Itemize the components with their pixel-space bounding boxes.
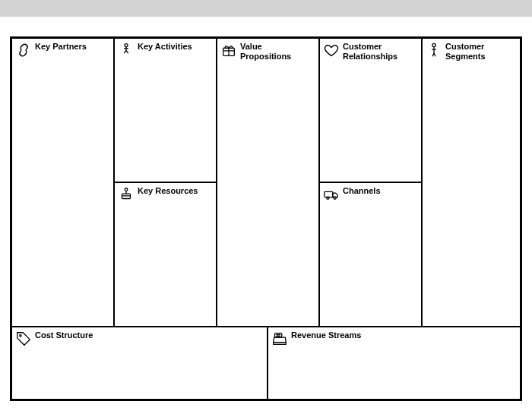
section-channels: Channels [319, 182, 422, 327]
svg-point-7 [432, 43, 435, 46]
section-key-activities: Key Activities [114, 38, 217, 182]
activity-icon [118, 42, 135, 58]
section-key-resources: Key Resources [114, 182, 217, 327]
section-value-propositions: Value Propositions [217, 38, 319, 327]
section-customer-relationships: Customer Relationships [319, 38, 422, 182]
heart-icon [323, 42, 340, 58]
svg-point-1 [125, 188, 128, 191]
resources-icon [118, 186, 135, 203]
section-title: Key Partners [35, 42, 87, 52]
section-customer-segments: Customer Segments [422, 38, 521, 327]
section-title: Value Propositions [240, 42, 315, 62]
svg-point-6 [334, 197, 336, 199]
svg-point-0 [125, 44, 128, 47]
section-title: Revenue Streams [291, 330, 361, 340]
gift-icon [220, 42, 237, 58]
section-title: Customer Segments [445, 42, 517, 62]
section-title: Cost Structure [35, 330, 93, 340]
svg-point-5 [327, 197, 329, 199]
svg-point-8 [20, 335, 21, 337]
section-title: Key Activities [138, 42, 192, 52]
section-revenue-streams: Revenue Streams [268, 327, 521, 400]
svg-rect-10 [274, 343, 287, 345]
section-title: Key Resources [138, 186, 198, 196]
section-title: Channels [343, 186, 381, 196]
tag-icon [15, 330, 32, 347]
svg-rect-9 [275, 333, 282, 338]
cash-register-icon [271, 330, 288, 347]
section-cost-structure: Cost Structure [11, 327, 268, 400]
section-key-partners: Key Partners [11, 38, 114, 327]
person-icon [426, 42, 442, 58]
section-title: Customer Relationships [343, 42, 418, 62]
top-gray-bar [0, 0, 532, 17]
truck-icon [323, 186, 340, 203]
link-icon [15, 42, 32, 58]
business-model-canvas: Key Partners Key Activities [10, 36, 522, 401]
